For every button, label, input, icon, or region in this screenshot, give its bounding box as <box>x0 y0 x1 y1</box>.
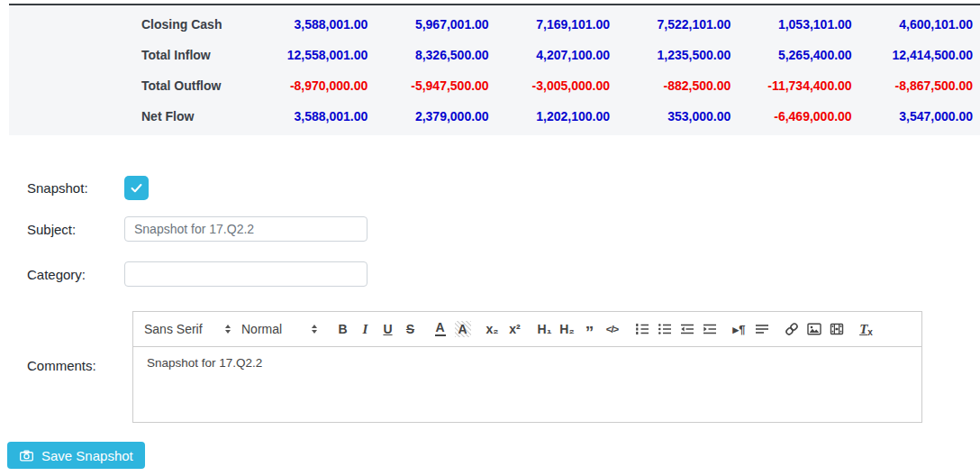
rich-text-editor: Sans Serif Normal B I U S A <box>132 311 922 423</box>
category-label: Category: <box>27 267 124 282</box>
row-total-outflow: Total Outflow -8,970,000.00 -5,947,500.0… <box>9 70 980 101</box>
align-icon <box>754 321 770 337</box>
comments-editor[interactable]: Snapshot for 17.Q2.2 <box>133 347 921 422</box>
ordered-list-icon <box>634 321 650 337</box>
font-picker[interactable]: Sans Serif <box>144 322 231 336</box>
subscript-button[interactable]: x₂ <box>481 317 504 341</box>
blockquote-icon: ” <box>585 321 594 337</box>
amount-cell: 4,207,100.00 <box>489 48 610 62</box>
text-direction-icon: ▸¶ <box>733 323 746 336</box>
amount-cell: 1,235,500.00 <box>610 48 730 62</box>
picker-arrows-icon <box>312 325 317 334</box>
header1-button[interactable]: H₁ <box>533 317 556 341</box>
amount-cell: 353,000.00 <box>610 109 730 124</box>
video-icon <box>829 321 845 337</box>
blockquote-button[interactable]: ” <box>578 317 601 341</box>
row-net-flow: Net Flow 3,588,001.00 2,379,000.00 1,202… <box>9 101 980 132</box>
superscript-button[interactable]: x² <box>504 317 526 341</box>
category-input[interactable] <box>124 261 368 287</box>
direction-group: ▸¶ <box>728 317 773 341</box>
amount-cell: 12,414,500.00 <box>852 48 973 62</box>
amount-cell: 3,588,001.00 <box>247 109 368 124</box>
text-color-icon: A <box>435 322 446 337</box>
amount-cell: 12,558,001.00 <box>247 48 368 62</box>
amount-cell: -5,947,500.00 <box>368 78 488 93</box>
block-group: H₁ H₂ ” </> <box>533 317 623 341</box>
strikethrough-button[interactable]: S <box>399 317 422 341</box>
row-label: Total Inflow <box>9 48 247 62</box>
amount-cell: 4,600,101.00 <box>852 17 973 32</box>
row-label: Total Outflow <box>9 78 247 93</box>
amount-cell: 7,169,101.00 <box>489 17 610 32</box>
italic-button[interactable]: I <box>354 317 377 341</box>
size-picker-value: Normal <box>241 322 282 336</box>
color-group: A A <box>429 317 474 341</box>
editor-toolbar: Sans Serif Normal B I U S A <box>133 312 921 347</box>
italic-icon: I <box>363 322 368 337</box>
text-direction-button[interactable]: ▸¶ <box>728 317 750 341</box>
format-group: B I U S <box>331 317 422 341</box>
snapshot-label: Snapshot: <box>27 180 124 196</box>
row-total-inflow: Total Inflow 12,558,001.00 8,326,500.00 … <box>9 40 980 70</box>
underline-icon: U <box>383 322 392 336</box>
highlight-color-icon: A <box>455 321 471 337</box>
amount-cell: -882,500.00 <box>610 78 730 93</box>
amount-cell: 7,522,101.00 <box>610 17 730 32</box>
code-block-button[interactable]: </> <box>601 317 623 341</box>
save-snapshot-button[interactable]: Save Snapshot <box>7 442 145 469</box>
header2-button[interactable]: H₂ <box>556 317 578 341</box>
size-picker[interactable]: Normal <box>241 322 317 336</box>
comments-row: Comments: Sans Serif Normal B I U S <box>27 311 980 423</box>
amount-cell: 3,588,001.00 <box>247 17 368 32</box>
bullet-list-icon <box>657 321 673 337</box>
subject-input[interactable] <box>124 216 368 242</box>
snapshot-checkbox[interactable] <box>124 176 149 200</box>
script-group: x₂ x² <box>481 317 526 341</box>
ordered-list-button[interactable] <box>631 317 653 341</box>
subject-label: Subject: <box>27 222 124 237</box>
align-button[interactable] <box>750 317 773 341</box>
header2-icon: H₂ <box>559 322 574 336</box>
amount-cell: -8,867,500.00 <box>852 78 973 93</box>
bullet-list-button[interactable] <box>653 317 676 341</box>
amount-cell: 8,326,500.00 <box>368 48 488 62</box>
amount-cell: -6,469,000.00 <box>730 109 851 124</box>
superscript-icon: x² <box>509 322 520 336</box>
strikethrough-icon: S <box>406 322 414 336</box>
save-snapshot-label: Save Snapshot <box>41 448 133 463</box>
list-group <box>631 317 721 341</box>
bold-icon: B <box>338 322 347 336</box>
comments-text: Snapshot for 17.Q2.2 <box>147 356 908 370</box>
outdent-button[interactable] <box>676 317 698 341</box>
code-block-icon: </> <box>606 324 619 334</box>
snapshot-form: Snapshot: Subject: Category: Comments: S… <box>27 176 980 423</box>
indent-button[interactable] <box>698 317 721 341</box>
subscript-icon: x₂ <box>485 322 498 336</box>
snapshot-row: Snapshot: <box>27 176 980 200</box>
amount-cell: 1,202,100.00 <box>489 109 610 124</box>
row-label: Closing Cash <box>9 17 247 32</box>
comments-label: Comments: <box>27 358 132 373</box>
link-icon <box>784 321 800 337</box>
link-button[interactable] <box>780 317 803 341</box>
image-button[interactable] <box>803 317 825 341</box>
camera-icon <box>19 448 34 463</box>
amount-cell: -3,005,000.00 <box>489 78 610 93</box>
clean-formatting-button[interactable]: Tx <box>855 317 877 341</box>
image-icon <box>806 321 822 337</box>
clean-formatting-icon: Tx <box>859 322 873 337</box>
outdent-icon <box>679 321 695 337</box>
media-group <box>780 317 848 341</box>
category-row: Category: <box>27 261 980 287</box>
amount-cell: 3,547,000.00 <box>852 109 973 124</box>
amount-cell: 1,053,101.00 <box>730 17 851 32</box>
video-button[interactable] <box>825 317 848 341</box>
underline-button[interactable]: U <box>377 317 399 341</box>
cash-summary-table: Closing Cash 3,588,001.00 5,967,001.00 7… <box>9 4 980 135</box>
bold-button[interactable]: B <box>331 317 354 341</box>
header1-icon: H₁ <box>538 322 552 336</box>
highlight-color-button[interactable]: A <box>451 317 474 341</box>
amount-cell: -8,970,000.00 <box>247 78 368 93</box>
text-color-button[interactable]: A <box>429 317 451 341</box>
clean-group: Tx <box>855 317 877 341</box>
